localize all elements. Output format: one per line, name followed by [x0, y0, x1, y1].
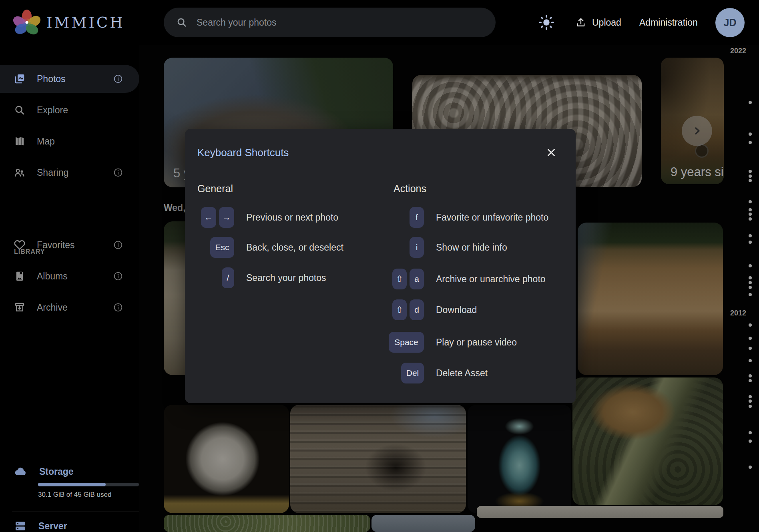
info-icon[interactable] [113, 271, 123, 281]
explore-icon [14, 104, 26, 116]
modal-title: Keyboard Shortcuts [197, 147, 289, 159]
photos-icon [14, 73, 26, 85]
sidebar-item-label: Archive [37, 302, 68, 313]
administration-link[interactable]: Administration [639, 0, 698, 45]
server-panel: Server Status Online Version v1.71.0 [0, 519, 139, 532]
shortcut-row: i Show or hide info [389, 237, 507, 258]
albums-icon [14, 270, 26, 282]
server-icon [14, 519, 27, 532]
section-heading-actions: Actions [394, 183, 426, 195]
storage-progress-bar [38, 483, 139, 486]
scrubber-year-label: 2012 [730, 309, 746, 317]
storage-title: Storage [39, 466, 74, 477]
shortcut-description: Back, close, or deselect [246, 242, 343, 253]
upload-label: Upload [592, 17, 621, 28]
info-icon[interactable] [113, 74, 123, 84]
theme-toggle-button[interactable] [537, 0, 556, 45]
top-bar: IMMICH Upload Administrat [0, 0, 759, 45]
heart-icon [14, 239, 26, 251]
key-d: d [410, 299, 424, 320]
upload-button[interactable]: Upload [575, 0, 621, 45]
search-input[interactable] [197, 17, 469, 28]
sidebar-item-label: Photos [37, 74, 66, 84]
info-icon[interactable] [113, 240, 123, 250]
key-f: f [410, 207, 424, 228]
shortcut-row: Space Play or pause video [389, 332, 517, 353]
timeline-scrubber[interactable]: 2022 2012 [723, 40, 759, 532]
sidebar: Photos Explore Map [0, 45, 139, 532]
immich-app: 9 years si 5 y Wed, 2022 2012 IMMIC [0, 0, 759, 532]
key-shift: ⇧ [392, 299, 407, 320]
info-icon[interactable] [113, 167, 123, 178]
sidebar-item-label: Map [37, 136, 55, 147]
shortcut-description: Search your photos [246, 273, 326, 283]
map-icon [14, 135, 26, 147]
user-avatar[interactable]: JD [715, 8, 745, 37]
sidebar-item-label: Albums [37, 271, 68, 282]
key-arrow-left: ← [201, 207, 216, 228]
app-title: IMMICH [46, 14, 125, 31]
sun-icon [537, 13, 556, 32]
section-heading-general: General [197, 183, 233, 195]
storage-usage-text: 30.1 GiB of 45 GiB used [38, 491, 111, 499]
administration-label: Administration [639, 17, 698, 28]
cloud-icon [14, 464, 28, 479]
search-icon [176, 16, 188, 28]
key-space: Space [389, 332, 424, 353]
server-title: Server [38, 521, 67, 532]
avatar-initials: JD [724, 17, 737, 28]
shortcut-description: Favorite or unfavorite photo [436, 212, 548, 223]
shortcut-row: / Search your photos [197, 267, 326, 288]
shortcut-description: Archive or unarchive photo [436, 274, 546, 285]
key-shift: ⇧ [392, 269, 407, 289]
sidebar-item-label: Sharing [37, 167, 68, 178]
storage-panel: Storage 30.1 GiB of 45 GiB used [0, 464, 139, 479]
shortcut-description: Delete Asset [436, 368, 488, 379]
sidebar-item-archive[interactable]: Archive [0, 293, 139, 321]
sidebar-item-photos[interactable]: Photos [0, 65, 139, 93]
key-i: i [410, 237, 424, 258]
close-icon[interactable] [545, 147, 557, 159]
shortcut-description: Play or pause video [436, 337, 517, 348]
key-esc: Esc [210, 237, 234, 258]
info-icon[interactable] [113, 302, 123, 313]
shortcut-description: Download [436, 305, 477, 315]
scrubber-year-label: 2022 [730, 47, 746, 55]
shortcut-row: ← → Previous or next photo [197, 207, 338, 228]
key-arrow-right: → [219, 207, 234, 228]
key-a: a [410, 269, 424, 289]
sharing-icon [14, 167, 26, 179]
shortcut-row: ⇧ a Archive or unarchive photo [389, 269, 546, 289]
upload-icon [575, 17, 586, 28]
sidebar-divider [12, 512, 139, 512]
shortcut-row: Del Delete Asset [389, 363, 488, 383]
sidebar-item-albums[interactable]: Albums [0, 262, 139, 290]
sidebar-item-label: Favorites [37, 240, 75, 251]
shortcut-row: f Favorite or unfavorite photo [389, 207, 548, 228]
sidebar-item-explore[interactable]: Explore [0, 96, 139, 124]
sidebar-item-sharing[interactable]: Sharing [0, 159, 139, 187]
shortcut-row: Esc Back, close, or deselect [197, 237, 343, 258]
search-bar[interactable] [164, 8, 496, 37]
keyboard-shortcuts-modal: Keyboard Shortcuts General Actions ← → P… [185, 129, 576, 403]
shortcut-description: Previous or next photo [246, 212, 338, 223]
archive-icon [14, 301, 26, 313]
key-del: Del [401, 363, 424, 383]
key-slash: / [222, 267, 234, 288]
shortcut-description: Show or hide info [436, 242, 507, 253]
immich-flower-icon [14, 10, 39, 35]
app-logo[interactable]: IMMICH [14, 10, 125, 35]
sidebar-item-label: Explore [37, 105, 68, 116]
sidebar-item-favorites[interactable]: Favorites [0, 231, 139, 259]
sidebar-item-map[interactable]: Map [0, 127, 139, 155]
shortcut-row: ⇧ d Download [389, 299, 477, 320]
